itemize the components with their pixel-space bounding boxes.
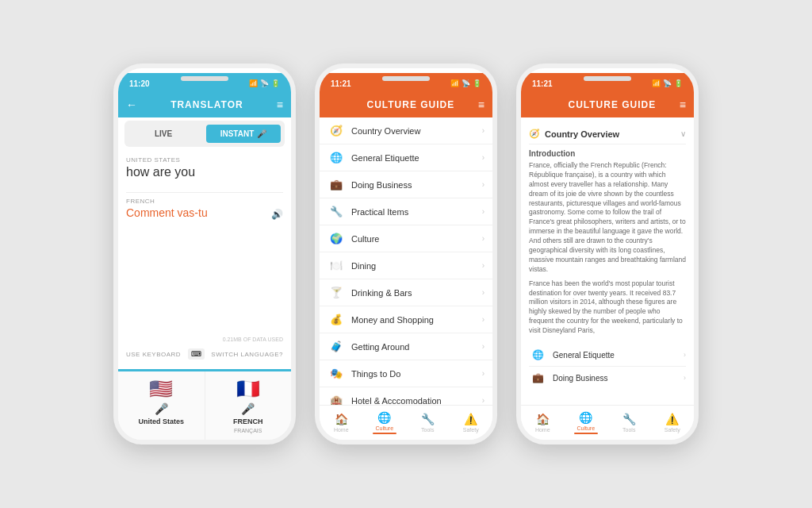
compass-icon-detail: 🧭 — [529, 129, 540, 139]
menu-label-hotel: Hotel & Acccomodation — [351, 396, 482, 406]
status-bar-3: 11:21 📶 📡 🔋 — [521, 73, 694, 94]
chevron-things: › — [482, 369, 485, 378]
bottom-nav-3: 🏠 Home 🌐 Culture 🔧 Tools ⚠️ Safety — [521, 405, 694, 440]
nav-culture-2[interactable]: 🌐 Culture — [363, 406, 407, 440]
menu-item-etiquette[interactable]: 🌐 General Etiquette › — [320, 144, 492, 171]
menu-item-culture[interactable]: 🌍 Culture › — [320, 225, 492, 252]
translator-title: TRANSLATOR — [137, 99, 277, 110]
menu-item-hotel[interactable]: 🏨 Hotel & Acccomodation › — [320, 387, 492, 405]
menu-label-money: Money and Shopping — [351, 315, 482, 325]
nav-home-3[interactable]: 🏠 Home — [521, 406, 565, 440]
nav-home-label-3: Home — [535, 427, 550, 433]
nav-safety-label-3: Safety — [665, 427, 680, 433]
flag-fr[interactable]: 🇫🇷 🎤 FRENCH FRANÇAIS — [205, 371, 292, 440]
menu-item-things[interactable]: 🎭 Things to Do › — [320, 360, 492, 387]
tab-live[interactable]: LIVE — [126, 122, 201, 145]
back-icon[interactable]: ← — [126, 98, 137, 111]
culture-icon-2: 🌐 — [377, 411, 391, 424]
nav-safety-2[interactable]: ⚠️ Safety — [450, 406, 493, 440]
time-2: 11:21 — [331, 79, 351, 88]
source-text: how are you — [126, 165, 283, 179]
status-bar-1: 11:20 📶 📡 🔋 — [118, 73, 291, 94]
chevron-etiquette: › — [482, 153, 485, 162]
nav-tools-label-2: Tools — [421, 427, 434, 433]
menu-icon-getting-around: 🧳 — [327, 341, 345, 352]
detail-icon-business: 💼 — [529, 372, 546, 383]
menu-icon[interactable]: ≡ — [277, 98, 283, 111]
safety-icon-3: ⚠️ — [665, 413, 679, 425]
fr-flag: 🇫🇷 — [236, 378, 260, 400]
menu-label-things: Things to Do — [351, 369, 482, 379]
chevron-getting-around: › — [482, 342, 485, 351]
status-icons-3: 📶 📡 🔋 — [652, 79, 683, 87]
menu-label-getting-around: Getting Around — [351, 342, 482, 352]
menu-label-etiquette: General Etiquette — [351, 153, 482, 163]
menu-item-business[interactable]: 💼 Doing Business › — [320, 171, 492, 198]
menu-label-dining: Dining — [351, 261, 482, 271]
menu-item-getting-around[interactable]: 🧳 Getting Around › — [320, 333, 492, 360]
menu-list: 🧭 Country Overview › 🌐 General Etiquette… — [320, 117, 492, 405]
menu-label-country: Country Overview — [351, 126, 482, 136]
translator-body: UNITED STATES how are you FRENCH Comment… — [118, 150, 291, 369]
menu-label-culture: Culture — [351, 234, 482, 244]
home-icon-2: 🏠 — [335, 413, 348, 425]
us-flag: 🇺🇸 — [149, 378, 173, 400]
menu-icon-practical: 🔧 — [327, 206, 345, 217]
chevron-practical: › — [482, 207, 485, 216]
menu-item-country-overview[interactable]: 🧭 Country Overview › — [320, 117, 492, 144]
detail-section-header[interactable]: 🧭 Country Overview ∨ — [529, 124, 686, 144]
nav-tools-3[interactable]: 🔧 Tools — [607, 406, 651, 440]
nav-tools-2[interactable]: 🔧 Tools — [406, 406, 450, 440]
culture-icon-3: 🌐 — [579, 411, 592, 424]
menu-icon-culture: 🌍 — [327, 233, 345, 244]
detail-section-title: 🧭 Country Overview — [529, 129, 619, 139]
menu-icon-etiquette: 🌐 — [327, 152, 345, 164]
time-1: 11:20 — [129, 79, 150, 88]
flag-fr-sub: FRANÇAIS — [234, 428, 262, 433]
menu-icon-country: 🧭 — [327, 125, 345, 137]
chevron-country: › — [482, 126, 485, 135]
chevron-hotel: › — [482, 396, 485, 405]
chevron-culture: › — [482, 234, 485, 243]
keyboard-label: USE KEYBOARD — [126, 351, 181, 358]
intro-text-1: France, officially the French Republic (… — [529, 161, 686, 275]
nav-safety-label-2: Safety — [463, 427, 479, 433]
detail-item-etiquette[interactable]: 🌐 General Etiquette › — [529, 344, 686, 367]
culture-title-3: CULTURE GUIDE — [545, 99, 680, 110]
mic-us: 🎤 — [155, 402, 168, 415]
chevron-detail-business: › — [684, 374, 686, 382]
speaker-icon[interactable]: 🔊 — [271, 209, 283, 220]
chevron-down-icon: ∨ — [680, 129, 686, 138]
menu-item-dining[interactable]: 🍽️ Dining › — [320, 252, 492, 279]
menu-label-drinking: Drinking & Bars — [351, 288, 482, 298]
keyboard-icon[interactable]: ⌨ — [188, 348, 205, 360]
tools-icon-3: 🔧 — [622, 413, 636, 425]
nav-safety-3[interactable]: ⚠️ Safety — [651, 406, 695, 440]
menu-item-practical[interactable]: 🔧 Practical Items › — [320, 198, 492, 225]
secondary-items: 🌐 General Etiquette › 💼 Doing Business › — [529, 344, 686, 389]
phone-culture-detail: 11:21 📶 📡 🔋 CULTURE GUIDE ≡ 🧭 Country Ov… — [516, 64, 699, 444]
detail-item-business[interactable]: 💼 Doing Business › — [529, 367, 686, 389]
flag-us-name: United States — [138, 418, 184, 425]
menu-item-drinking[interactable]: 🍸 Drinking & Bars › — [320, 279, 492, 306]
nav-tools-label-3: Tools — [622, 427, 635, 433]
menu-icon-3[interactable]: ≡ — [680, 98, 686, 111]
flag-us[interactable]: 🇺🇸 🎤 United States — [118, 371, 205, 440]
safety-icon-2: ⚠️ — [464, 413, 477, 425]
nav-underline-3 — [574, 433, 598, 434]
tab-instant[interactable]: INSTANT 🎤 — [206, 125, 281, 143]
menu-icon-business: 💼 — [327, 179, 345, 190]
detail-label-etiquette: General Etiquette — [553, 351, 684, 360]
time-3: 11:21 — [532, 79, 553, 88]
target-lang-label: FRENCH — [126, 198, 283, 205]
menu-item-money[interactable]: 💰 Money and Shopping › — [320, 306, 492, 333]
nav-culture-3[interactable]: 🌐 Culture — [565, 406, 608, 440]
menu-icon-2[interactable]: ≡ — [478, 98, 485, 111]
status-icons-1: 📶 📡 🔋 — [249, 79, 280, 87]
target-text: Comment vas-tu — [126, 206, 208, 219]
nav-culture-label-3: Culture — [576, 425, 595, 431]
status-icons-2: 📶 📡 🔋 — [450, 79, 481, 87]
intro-text-2: France has been the world's most popular… — [529, 279, 686, 336]
nav-home-2[interactable]: 🏠 Home — [320, 406, 363, 440]
translator-header: ← TRANSLATOR ≡ — [118, 94, 291, 117]
